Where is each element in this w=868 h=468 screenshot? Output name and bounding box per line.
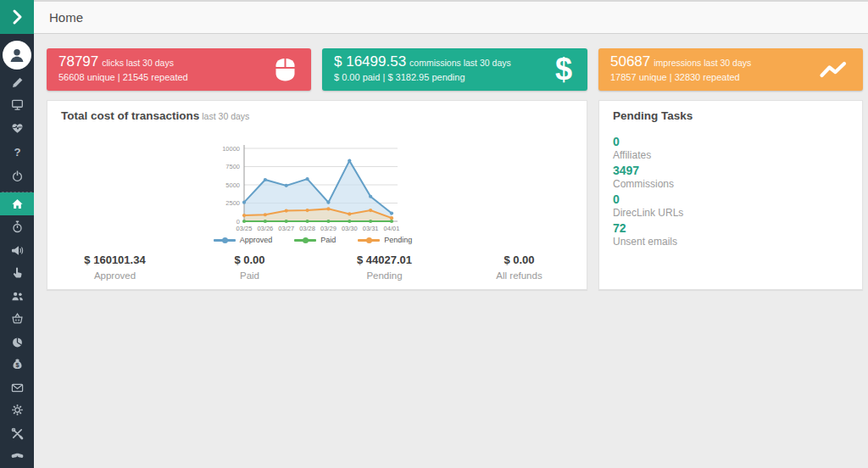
legend-item-paid[interactable]: Paid (294, 236, 336, 244)
transactions-title-range: last 30 days (202, 111, 249, 121)
legend-swatch-icon (358, 237, 380, 243)
sidebar-item-partners[interactable] (0, 444, 34, 467)
pending-tasks-list: 0 Affiliates 3497 Commissions 0 DirecLin… (613, 135, 683, 250)
total-paid-label: Paid (182, 270, 317, 281)
svg-text:03/28: 03/28 (299, 225, 315, 232)
total-pending: $ 44027.01 Pending (317, 254, 452, 281)
impressions-sub: 17857 unique | 32830 repeated (610, 72, 740, 82)
task-commissions-label[interactable]: Commissions (613, 178, 683, 191)
transactions-panel: Total cost of transactionslast 30 days 0… (47, 100, 587, 290)
clicks-value-line: 78797clicks last 30 days (58, 53, 174, 70)
chevron-right-icon (8, 8, 26, 26)
svg-text:03/25: 03/25 (236, 225, 253, 232)
megaphone-icon (11, 244, 24, 257)
task-commissions-value: 3497 (613, 164, 683, 178)
money-bag-icon: $ (11, 358, 24, 370)
heart-pulse-icon (11, 122, 24, 135)
transactions-chart: 02500500075001000003/2503/2603/2703/2803… (214, 143, 407, 233)
pencil-icon (11, 76, 24, 89)
legend-label: Pending (384, 236, 412, 244)
legend-label: Paid (320, 236, 336, 244)
total-pending-label: Pending (317, 270, 452, 281)
total-refunds-value: $ 0.00 (452, 254, 587, 266)
svg-text:03/31: 03/31 (363, 225, 379, 232)
task-direclink-value: 0 (613, 192, 683, 207)
total-refunds-label: All refunds (452, 270, 587, 281)
sidebar-item-configuration[interactable] (0, 398, 34, 421)
task-unsent-emails-value: 72 (613, 221, 683, 236)
sidebar-item-profile[interactable] (3, 41, 31, 70)
task-direclink-label[interactable]: DirecLink URLs (613, 207, 683, 220)
svg-text:7500: 7500 (225, 163, 240, 170)
stat-card-impressions[interactable]: 50687impressions last 30 days 17857 uniq… (598, 48, 863, 91)
svg-text:10000: 10000 (222, 145, 240, 153)
legend-swatch-icon (294, 237, 316, 243)
clicks-label: clicks last 30 days (102, 58, 174, 68)
total-approved-value: $ 160101.34 (47, 254, 182, 266)
sidebar-item-tools[interactable] (0, 422, 34, 445)
pending-tasks-title: Pending Tasks (613, 109, 693, 122)
gear-icon (11, 404, 24, 416)
total-paid-value: $ 0.00 (182, 254, 317, 266)
dollar-icon: $ (555, 54, 572, 85)
sidebar-item-clicks[interactable] (0, 261, 34, 284)
question-icon: ? (11, 146, 24, 159)
stopwatch-icon (11, 220, 24, 233)
sidebar-item-reports[interactable] (0, 331, 34, 354)
total-refunds: $ 0.00 All refunds (452, 254, 587, 281)
sidebar-toggle-button[interactable] (0, 0, 34, 34)
impressions-label: impressions last 30 days (654, 58, 751, 68)
page-title: Home (49, 10, 83, 25)
sidebar-item-help[interactable]: ? (0, 141, 34, 164)
sidebar-item-commissions[interactable]: $ (0, 353, 34, 376)
total-paid: $ 0.00 Paid (182, 254, 317, 281)
pending-tasks-panel: Pending Tasks 0 Affiliates 3497 Commissi… (598, 100, 863, 290)
transactions-totals: $ 160101.34 Approved $ 0.00 Paid $ 44027… (47, 254, 587, 281)
stat-card-clicks[interactable]: 78797clicks last 30 days 56608 unique | … (47, 48, 311, 91)
svg-text:03/30: 03/30 (342, 225, 358, 232)
svg-text:?: ? (14, 146, 20, 159)
sidebar-item-display[interactable] (0, 93, 34, 116)
users-icon (11, 290, 24, 303)
legend-item-approved[interactable]: Approved (214, 236, 273, 244)
clicks-value: 78797 (58, 53, 98, 70)
total-pending-value: $ 44027.01 (317, 254, 452, 266)
task-affiliates-label[interactable]: Affiliates (613, 149, 683, 162)
commissions-value: $ 16499.53 (334, 53, 406, 70)
sidebar-item-affiliates[interactable] (0, 285, 34, 308)
task-unsent-emails-label[interactable]: Unsent emails (613, 236, 683, 248)
sidebar-item-home[interactable] (0, 192, 34, 215)
svg-text:04/01: 04/01 (384, 225, 400, 232)
svg-text:03/29: 03/29 (320, 225, 337, 232)
sidebar-item-health[interactable] (0, 117, 34, 140)
impressions-value: 50687 (610, 53, 650, 70)
envelope-icon (11, 382, 24, 394)
sidebar: ? (0, 34, 34, 468)
tools-icon (11, 427, 24, 440)
top-bar: Home (34, 0, 868, 34)
commissions-label: commissions last 30 days (409, 58, 511, 68)
sidebar-item-edit[interactable] (0, 71, 34, 94)
home-icon (11, 198, 24, 210)
legend-item-pending[interactable]: Pending (358, 236, 412, 244)
svg-text:03/26: 03/26 (257, 225, 273, 232)
transactions-chart-area: 02500500075001000003/2503/2603/2703/2803… (47, 143, 587, 244)
basket-icon (11, 312, 24, 325)
hand-pointer-icon (11, 266, 24, 279)
commissions-sub: $ 0.00 paid | $ 3182.95 pending (334, 72, 465, 82)
sidebar-item-emails[interactable] (0, 376, 34, 399)
user-avatar-icon (8, 46, 26, 64)
sidebar-item-recent[interactable] (0, 215, 34, 238)
handshake-icon (11, 449, 24, 462)
monitor-icon (11, 98, 24, 111)
sidebar-item-orders[interactable] (0, 307, 34, 330)
legend-swatch-icon (214, 237, 236, 243)
power-icon (11, 170, 24, 182)
transactions-title-text: Total cost of transactions (61, 109, 199, 122)
stat-card-commissions[interactable]: $ 16499.53commissions last 30 days $ 0.0… (322, 48, 587, 91)
sidebar-item-announcements[interactable] (0, 239, 34, 262)
svg-text:2500: 2500 (225, 199, 240, 207)
pie-chart-icon (11, 336, 24, 348)
task-affiliates-value: 0 (613, 135, 683, 149)
sidebar-item-logout[interactable] (0, 164, 34, 187)
